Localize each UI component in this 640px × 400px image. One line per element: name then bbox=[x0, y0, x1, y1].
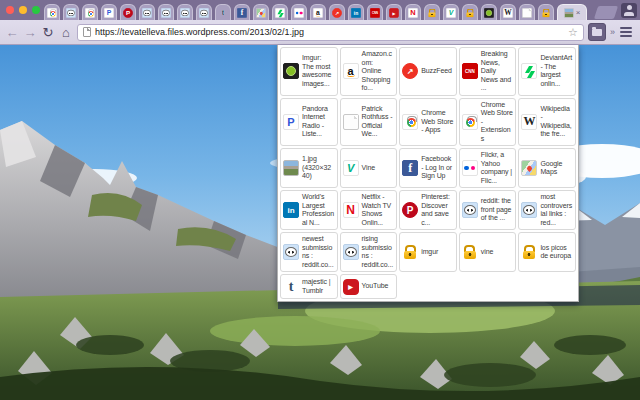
bookmark-item[interactable]: Breaking News, Daily News and ... bbox=[459, 47, 517, 96]
bookmark-label: Netflix - Watch TV Shows Onlin... bbox=[362, 193, 395, 227]
tab[interactable] bbox=[367, 4, 383, 20]
back-button[interactable]: ← bbox=[5, 26, 19, 39]
bookmark-favicon bbox=[402, 114, 418, 130]
bookmarks-dropdown: Imgur: The most awesome images... Amazon… bbox=[277, 45, 579, 302]
bookmark-favicon bbox=[462, 160, 478, 176]
bookmark-label: Breaking News, Daily News and ... bbox=[481, 50, 514, 93]
tab[interactable] bbox=[329, 4, 345, 20]
bookmark-favicon bbox=[402, 202, 418, 218]
bookmark-favicon bbox=[283, 114, 299, 130]
bookmark-item[interactable]: Chrome Web Store - Extensions bbox=[459, 98, 517, 147]
hamburger-icon bbox=[620, 27, 632, 29]
bookmark-item[interactable]: rising submissions : reddit.co... bbox=[340, 232, 398, 272]
bookmark-item[interactable]: Vine bbox=[340, 148, 398, 188]
bookmark-label: Facebook - Log In or Sign Up bbox=[421, 155, 454, 181]
zoom-window-button[interactable] bbox=[32, 6, 40, 14]
tab[interactable] bbox=[443, 4, 459, 20]
bookmark-item[interactable]: YouTube bbox=[340, 274, 398, 299]
home-button[interactable]: ⌂ bbox=[59, 26, 73, 39]
bookmark-item[interactable]: Amazon.com: Online Shopping fo... bbox=[340, 47, 398, 96]
tab[interactable] bbox=[63, 4, 79, 20]
tab[interactable] bbox=[348, 4, 364, 20]
bookmark-item[interactable]: Google Maps bbox=[518, 148, 576, 188]
person-icon bbox=[627, 5, 632, 10]
bookmark-label: most controversial links : red... bbox=[540, 193, 573, 227]
tab[interactable] bbox=[462, 4, 478, 20]
active-tab[interactable]: × bbox=[557, 4, 587, 20]
tab[interactable] bbox=[424, 4, 440, 20]
tab-favicon bbox=[85, 8, 95, 18]
tab[interactable] bbox=[291, 4, 307, 20]
bookmark-item[interactable]: World's Largest Professional N... bbox=[280, 190, 338, 230]
bookmark-item[interactable]: DeviantArt - The largest onlin... bbox=[518, 47, 576, 96]
profile-button[interactable] bbox=[621, 3, 637, 18]
bookmark-item[interactable]: los picos de europa bbox=[518, 232, 576, 272]
bookmark-item[interactable]: imgur bbox=[399, 232, 457, 272]
tab-favicon bbox=[142, 8, 152, 18]
tab-close-icon[interactable]: × bbox=[576, 9, 581, 17]
bookmark-item[interactable]: Pinterest: Discover and save c... bbox=[399, 190, 457, 230]
tab[interactable] bbox=[177, 4, 193, 20]
tab[interactable] bbox=[500, 4, 516, 20]
bookmark-item[interactable]: BuzzFeed bbox=[399, 47, 457, 96]
bookmark-item[interactable]: Flickr, a Yahoo company | Flic... bbox=[459, 148, 517, 188]
tab[interactable] bbox=[519, 4, 535, 20]
bookmark-item[interactable]: Imgur: The most awesome images... bbox=[280, 47, 338, 96]
bookmark-item[interactable]: Pandora Internet Radio - Liste... bbox=[280, 98, 338, 147]
bookmark-favicon bbox=[521, 244, 537, 260]
bookmark-favicon bbox=[343, 63, 359, 79]
bookmark-label: DeviantArt - The largest onlin... bbox=[540, 54, 573, 88]
bookmark-item[interactable]: Facebook - Log In or Sign Up bbox=[399, 148, 457, 188]
tab[interactable] bbox=[101, 4, 117, 20]
tab[interactable] bbox=[215, 4, 231, 20]
bookmarks-overflow-chevron[interactable]: » bbox=[610, 27, 615, 37]
tab[interactable] bbox=[538, 4, 554, 20]
tab-favicon bbox=[237, 8, 247, 18]
tab[interactable] bbox=[386, 4, 402, 20]
bookmark-item[interactable]: 1.jpg (4320×3240) bbox=[280, 148, 338, 188]
tab[interactable] bbox=[234, 4, 250, 20]
tab-favicon bbox=[47, 8, 57, 18]
tab[interactable] bbox=[272, 4, 288, 20]
minimize-window-button[interactable] bbox=[19, 6, 27, 14]
bookmark-item[interactable]: majestic | Tumblr bbox=[280, 274, 338, 299]
bookmark-item[interactable]: Netflix - Watch TV Shows Onlin... bbox=[340, 190, 398, 230]
bookmark-item[interactable]: reddit: the front page of the ... bbox=[459, 190, 517, 230]
tab[interactable] bbox=[405, 4, 421, 20]
forward-button[interactable]: → bbox=[23, 26, 37, 39]
bookmark-star-icon[interactable]: ☆ bbox=[568, 27, 578, 38]
tab-favicon bbox=[408, 8, 418, 18]
tab[interactable] bbox=[310, 4, 326, 20]
tab[interactable] bbox=[44, 4, 60, 20]
reload-button[interactable]: ↻ bbox=[41, 26, 55, 39]
tab-favicon bbox=[313, 8, 323, 18]
bookmark-label: 1.jpg (4320×3240) bbox=[302, 155, 335, 181]
bookmark-item[interactable]: newest submissions : reddit.co... bbox=[280, 232, 338, 272]
address-bar[interactable]: https://tevatelleva.files.wordpress.com/… bbox=[77, 24, 584, 41]
bookmark-item[interactable]: Chrome Web Store - Apps bbox=[399, 98, 457, 147]
tab[interactable] bbox=[196, 4, 212, 20]
bookmark-item[interactable]: Wikipedia - Wikipedia, the fre... bbox=[518, 98, 576, 147]
bookmark-label: Chrome Web Store - Extensions bbox=[481, 101, 514, 144]
close-window-button[interactable] bbox=[6, 6, 14, 14]
tab[interactable] bbox=[158, 4, 174, 20]
menu-button[interactable] bbox=[619, 26, 633, 38]
new-tab-button[interactable] bbox=[594, 6, 618, 19]
bookmark-label: Vine bbox=[362, 164, 395, 173]
url-text: https://tevatelleva.files.wordpress.com/… bbox=[95, 27, 304, 37]
bookmarks-folder-button[interactable] bbox=[588, 23, 606, 41]
tab[interactable] bbox=[253, 4, 269, 20]
tab[interactable] bbox=[120, 4, 136, 20]
tab-favicon bbox=[104, 8, 114, 18]
tab[interactable] bbox=[82, 4, 98, 20]
bookmark-item[interactable]: vine bbox=[459, 232, 517, 272]
bookmark-item[interactable]: most controversial links : red... bbox=[518, 190, 576, 230]
bookmark-favicon bbox=[283, 244, 299, 260]
bookmark-item[interactable]: Patrick Rothfuss - Official We... bbox=[340, 98, 398, 147]
bookmark-label: reddit: the front page of the ... bbox=[481, 197, 514, 223]
tab[interactable] bbox=[139, 4, 155, 20]
bookmark-favicon bbox=[343, 244, 359, 260]
tab-favicon bbox=[123, 8, 133, 18]
bookmark-favicon bbox=[343, 279, 359, 295]
tab[interactable] bbox=[481, 4, 497, 20]
